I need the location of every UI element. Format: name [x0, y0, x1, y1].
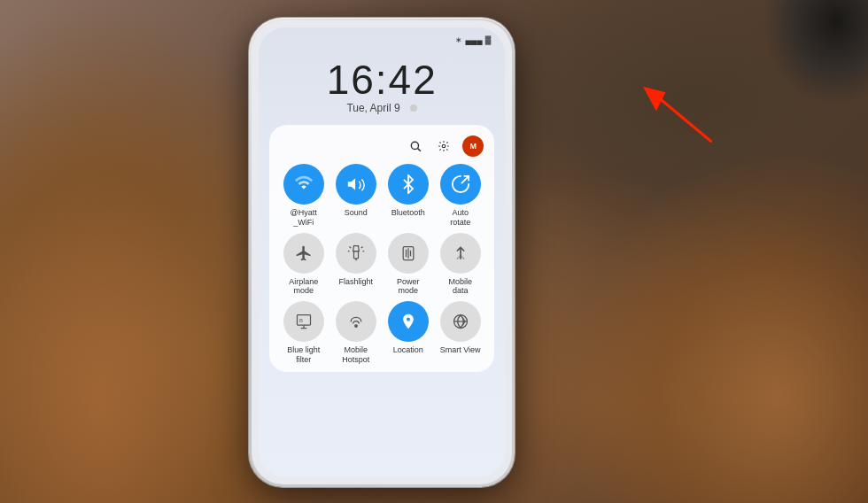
qs-top-bar: M — [276, 135, 487, 164]
wifi-tile-label: @Hyatt_WiFi — [291, 208, 317, 228]
svg-marker-23 — [643, 87, 666, 112]
powermode-tile[interactable]: Powermode — [384, 233, 431, 297]
sound-tile[interactable]: Sound — [332, 164, 379, 228]
location-tile-label: Location — [393, 345, 423, 355]
mobiledata-tile-icon — [440, 233, 481, 274]
phone-outer: ∗ ▄▄▄ ▓ 16:42 Tue, April 9 — [249, 18, 515, 487]
sound-tile-icon — [336, 164, 376, 205]
powermode-tile-icon — [388, 233, 429, 274]
bluetooth-tile-label: Bluetooth — [391, 208, 425, 218]
qs-grid-row2: Airplanemode — [276, 233, 487, 297]
clock-date: Tue, April 9 — [259, 102, 505, 114]
smartview-tile-icon — [440, 301, 481, 342]
sound-tile-label: Sound — [345, 208, 368, 218]
location-tile[interactable]: Location — [384, 301, 431, 365]
wifi-tile[interactable]: @Hyatt_WiFi — [280, 164, 327, 228]
svg-point-2 — [442, 144, 446, 148]
powermode-tile-label: Powermode — [397, 277, 420, 297]
red-arrow — [616, 75, 731, 151]
settings-icon-button[interactable] — [434, 136, 453, 156]
flashlight-tile[interactable]: Flashlight — [332, 233, 379, 297]
svg-line-7 — [361, 246, 363, 248]
svg-line-22 — [655, 94, 711, 141]
svg-rect-4 — [353, 251, 358, 258]
flashlight-tile-icon — [336, 233, 376, 274]
hotspot-tile-label: MobileHotspot — [342, 345, 369, 365]
svg-point-19 — [354, 325, 357, 328]
smartview-tile[interactable]: Smart View — [437, 301, 484, 365]
status-icons: ∗ ▄▄▄ ▓ — [455, 35, 491, 44]
svg-line-1 — [418, 149, 421, 151]
signal-icon: ▄▄▄ — [465, 35, 482, 44]
bluetooth-status-icon: ∗ — [455, 35, 462, 44]
notification-dot — [410, 104, 417, 112]
airplane-tile-icon — [283, 233, 324, 274]
bluelight-tile[interactable]: B Blue lightfilter — [280, 301, 327, 365]
phone-screen: ∗ ▄▄▄ ▓ 16:42 Tue, April 9 — [259, 27, 505, 477]
svg-line-6 — [349, 246, 351, 248]
bluetooth-tile[interactable]: Bluetooth — [384, 164, 431, 228]
battery-icon: ▓ — [485, 35, 492, 44]
clock-area: 16:42 Tue, April 9 — [259, 52, 505, 118]
status-bar: ∗ ▄▄▄ ▓ — [259, 27, 505, 52]
profile-avatar[interactable]: M — [462, 135, 484, 157]
airplane-tile[interactable]: Airplanemode — [280, 233, 327, 297]
phone: ∗ ▄▄▄ ▓ 16:42 Tue, April 9 — [249, 18, 515, 487]
hotspot-tile[interactable]: MobileHotspot — [332, 301, 379, 365]
mobiledata-tile-label: Mobiledata — [448, 277, 472, 297]
bluelight-tile-label: Blue lightfilter — [287, 345, 320, 365]
autorotate-tile-icon — [440, 164, 481, 205]
search-icon-button[interactable] — [406, 136, 425, 156]
bluelight-tile-icon: B — [283, 301, 324, 342]
quick-settings-panel: M @H — [269, 125, 494, 372]
qs-grid-row3: B Blue lightfilter — [276, 301, 487, 365]
airplane-tile-label: Airplanemode — [289, 277, 318, 297]
hotspot-tile-icon — [336, 301, 376, 342]
smartview-tile-label: Smart View — [440, 345, 481, 355]
svg-marker-3 — [348, 179, 355, 190]
clock-time: 16:42 — [259, 59, 505, 100]
mobiledata-tile[interactable]: Mobiledata — [437, 233, 484, 297]
phone-inner: ∗ ▄▄▄ ▓ 16:42 Tue, April 9 — [252, 20, 512, 484]
glove — [762, 0, 868, 106]
bluetooth-tile-icon — [388, 164, 429, 205]
location-tile-icon — [388, 301, 429, 342]
svg-point-0 — [412, 142, 419, 149]
autorotate-tile-label: Autorotate — [450, 208, 470, 228]
flashlight-tile-label: Flashlight — [338, 277, 373, 287]
wifi-tile-icon — [283, 164, 324, 205]
qs-grid-row1: @Hyatt_WiFi Sound — [276, 164, 487, 228]
autorotate-tile[interactable]: Autorotate — [437, 164, 484, 228]
svg-text:B: B — [299, 318, 303, 323]
